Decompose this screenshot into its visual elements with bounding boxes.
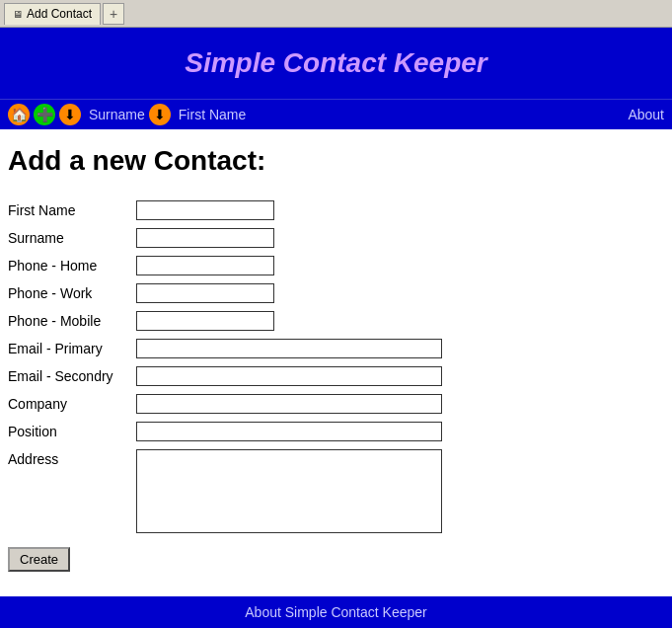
table-row: Phone - Work	[8, 279, 448, 307]
tab-bar: 🖥 Add Contact +	[0, 0, 672, 28]
email-primary-input[interactable]	[136, 339, 442, 358]
firstname-input[interactable]	[136, 200, 274, 220]
sort-firstname-icon[interactable]: ⬇	[149, 104, 171, 125]
table-row: Company	[8, 390, 448, 418]
add-icon[interactable]: ➕	[34, 104, 55, 125]
phone-work-input[interactable]	[136, 283, 274, 303]
app-title: Simple Contact Keeper	[0, 47, 672, 79]
surname-nav-link[interactable]: Surname	[89, 107, 145, 122]
company-input[interactable]	[136, 394, 442, 414]
email-secondary-input[interactable]	[136, 366, 442, 386]
nav-bar: 🏠 ➕ ⬇ Surname ⬇ First Name About	[0, 99, 672, 129]
field-label-phone-work: Phone - Work	[8, 279, 136, 307]
address-input[interactable]	[136, 449, 442, 533]
home-icon[interactable]: 🏠	[8, 104, 30, 125]
field-label-position: Position	[8, 418, 136, 445]
table-row: Address	[8, 445, 448, 537]
phone-home-input[interactable]	[136, 256, 274, 275]
new-tab-button[interactable]: +	[103, 3, 124, 25]
table-row: Email - Primary	[8, 335, 448, 362]
field-label-email-primary: Email - Primary	[8, 335, 136, 362]
firstname-nav-link[interactable]: First Name	[179, 107, 246, 122]
field-label-phone-mobile: Phone - Mobile	[8, 307, 136, 335]
add-contact-form: First Name Surname Phone - Home Phone - …	[8, 196, 664, 572]
table-row: Email - Secondry	[8, 362, 448, 390]
page-title: Add a new Contact:	[8, 145, 664, 177]
main-content: Add a new Contact: First Name Surname Ph…	[0, 129, 672, 588]
table-row: First Name	[8, 196, 448, 224]
position-input[interactable]	[136, 422, 442, 441]
create-button[interactable]: Create	[8, 547, 70, 572]
add-contact-tab[interactable]: 🖥 Add Contact	[4, 3, 101, 25]
table-row: Position	[8, 418, 448, 445]
field-label-phone-home: Phone - Home	[8, 252, 136, 279]
app-header: Simple Contact Keeper	[0, 28, 672, 99]
sort-surname-icon[interactable]: ⬇	[59, 104, 81, 125]
table-row: Phone - Home	[8, 252, 448, 279]
field-label-firstname: First Name	[8, 196, 136, 224]
surname-input[interactable]	[136, 228, 274, 248]
table-row: Surname	[8, 224, 448, 252]
field-label-company: Company	[8, 390, 136, 418]
tab-icon: 🖥	[13, 9, 23, 20]
form-table: First Name Surname Phone - Home Phone - …	[8, 196, 448, 537]
tab-label: Add Contact	[27, 7, 92, 21]
phone-mobile-input[interactable]	[136, 311, 274, 331]
field-label-email-secondary: Email - Secondry	[8, 362, 136, 390]
table-row: Phone - Mobile	[8, 307, 448, 335]
about-nav-link[interactable]: About	[628, 107, 664, 122]
field-label-surname: Surname	[8, 224, 136, 252]
field-label-address: Address	[8, 445, 136, 537]
